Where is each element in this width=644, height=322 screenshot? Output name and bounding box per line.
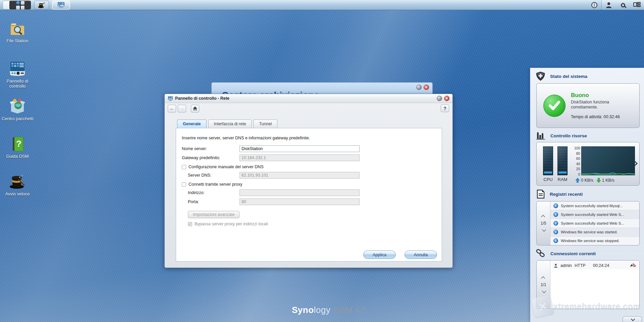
connection-row: admin HTTP 00:24:24 (552, 262, 637, 269)
connection-protocol: HTTP (575, 263, 586, 268)
download-arrow-icon (597, 178, 601, 183)
desktop-icon-label: Pannello di controllo (1, 79, 34, 89)
taskbar-control-panel-window-button[interactable] (52, 1, 70, 9)
default-gateway-label: Gateway predefinito: (182, 155, 239, 160)
connections-page-indicator: 1/1 (541, 282, 546, 287)
home-button[interactable] (191, 105, 199, 112)
back-button[interactable]: ← (168, 105, 176, 112)
tab-tunnel[interactable]: Tunnel (253, 120, 277, 128)
recent-logs-card: 1/5 i System successfully started Mysql.… (536, 201, 640, 245)
file-station-icon (9, 21, 25, 36)
help-button[interactable]: ? (441, 104, 449, 112)
minimize-icon[interactable] (416, 85, 422, 90)
log-entry[interactable]: i System successfully started Mysql... (550, 201, 639, 210)
logs-page-indicator: 1/5 (541, 221, 546, 226)
upload-rate: 0 KB/s (581, 178, 593, 183)
person-icon (554, 264, 558, 268)
proxy-port-label: Porta: (188, 199, 239, 204)
control-panel-icon (9, 61, 26, 77)
chevron-up-icon[interactable] (541, 215, 545, 219)
current-connections-card: 1/1 admin HTTP 00:24:24 (536, 260, 640, 309)
background-window-storage-manager[interactable]: Gestore archiviazione × (211, 82, 433, 95)
download-rate: 1 KB/s (602, 178, 614, 183)
proxy-port-input (239, 198, 360, 205)
user-menu-button[interactable] (602, 1, 616, 9)
log-entry[interactable]: i Windows file service was started. (550, 228, 639, 237)
proxy-address-input (239, 189, 360, 196)
connection-user: admin (560, 263, 572, 268)
home-icon (193, 106, 197, 110)
search-button[interactable] (616, 1, 630, 9)
svg-text:?: ? (16, 139, 21, 149)
info-circle-icon: i (553, 238, 558, 243)
chevron-up-icon[interactable] (541, 276, 545, 280)
dsm-help-icon: ? (10, 136, 25, 152)
main-menu-button[interactable] (9, 1, 31, 9)
status-uptime: Tempo di attività: 00:32:46 (571, 114, 621, 119)
window-monitor-icon (168, 96, 173, 101)
resource-monitor-card: CPU RAM 100 80 60 40 20 0 (536, 142, 640, 186)
info-circle-icon: i (553, 230, 558, 234)
chevron-down-icon[interactable] (542, 289, 546, 293)
user-icon (605, 2, 612, 8)
control-panel-window-icon (57, 2, 65, 8)
server-name-input[interactable] (239, 145, 360, 152)
dialog-titlebar[interactable]: Pannello di controllo - Rete × (165, 94, 452, 103)
search-icon (621, 3, 625, 7)
quick-launch-button[interactable] (34, 1, 49, 9)
bar-chart-icon (536, 132, 545, 140)
connection-time: 00:24:24 (593, 263, 609, 268)
disconnect-icon[interactable] (630, 263, 636, 268)
desktop-icon-label: Guida DSM (1, 154, 34, 159)
close-icon[interactable]: × (444, 96, 449, 101)
info-button[interactable]: i (587, 1, 601, 9)
chart-plot-area (581, 146, 635, 175)
proxy-address-label: Indirizzo: (188, 190, 239, 195)
upload-arrow-icon (576, 178, 580, 183)
advanced-settings-button: Impostazioni avanzate (188, 211, 239, 218)
info-circle-icon: i (553, 203, 558, 208)
resource-monitor-title: Controllo risorse (550, 133, 587, 138)
log-entry[interactable]: i System successfully started Web S... (550, 219, 639, 228)
proxy-checkbox[interactable] (182, 182, 186, 187)
bypass-proxy-label: Bypassa server proxy per indirizzi local… (195, 222, 268, 226)
shield-icon (536, 72, 545, 81)
desktop-icon-control-panel[interactable]: Pannello di controllo (1, 60, 34, 89)
desktop-icon-package-center[interactable]: Centro pacchetti (1, 97, 34, 121)
bypass-proxy-checkbox: ✓ (188, 222, 192, 226)
proxy-label: Connetti tramite server proxy (189, 182, 242, 187)
status-description: DiskStation funziona correttamente. (571, 100, 621, 110)
desktop-icon-file-station[interactable]: File Station (1, 19, 34, 43)
network-chart: 100 80 60 40 20 0 (574, 146, 635, 176)
connections-pager: 1/1 (537, 261, 550, 309)
control-panel-network-dialog: Pannello di controllo - Rete × ← → ? Gen… (164, 94, 453, 268)
main-menu-icon (16, 1, 24, 9)
status-value: Buono (571, 92, 621, 99)
cpu-gauge (543, 146, 553, 175)
tab-generale[interactable]: Generale (177, 120, 207, 128)
link-icon (536, 249, 545, 258)
cancel-button[interactable]: Annulla (405, 250, 437, 259)
dns-manual-label: Configurazione manuale del server DNS (189, 165, 264, 169)
log-entry[interactable]: i Windows file service was stopped. (550, 237, 639, 245)
chevron-down-icon[interactable] (542, 228, 546, 232)
pilot-view-button[interactable] (630, 1, 644, 9)
forward-button: → (178, 105, 186, 112)
desktop-icon-quick-start[interactable]: Avvio veloce (1, 173, 34, 196)
sidebar-collapse-button[interactable] (623, 316, 642, 322)
close-icon[interactable]: × (424, 85, 429, 90)
apply-button[interactable]: Applica (363, 250, 396, 259)
desktop-icon-label: File Station (1, 38, 34, 43)
minimize-icon[interactable] (437, 96, 442, 101)
tab-interfaccia-di-rete[interactable]: Interfaccia di rete (208, 120, 252, 128)
tab-content-panel: Inserire nome server, server DNS e infor… (176, 128, 442, 262)
log-entry[interactable]: i System successfully started Web S... (550, 210, 639, 219)
desktop-icon-dsm-help[interactable]: ? Guida DSM (1, 135, 34, 159)
recent-logs-title: Registri recenti (550, 192, 583, 197)
cpu-label: CPU (543, 177, 553, 182)
dns-manual-checkbox[interactable] (182, 165, 186, 169)
tab-strip: Generale Interfaccia di rete Tunnel (177, 120, 452, 128)
pilot-view-icon (633, 2, 641, 8)
magic-hat-icon (38, 2, 45, 8)
taskbar: i (0, 0, 644, 10)
